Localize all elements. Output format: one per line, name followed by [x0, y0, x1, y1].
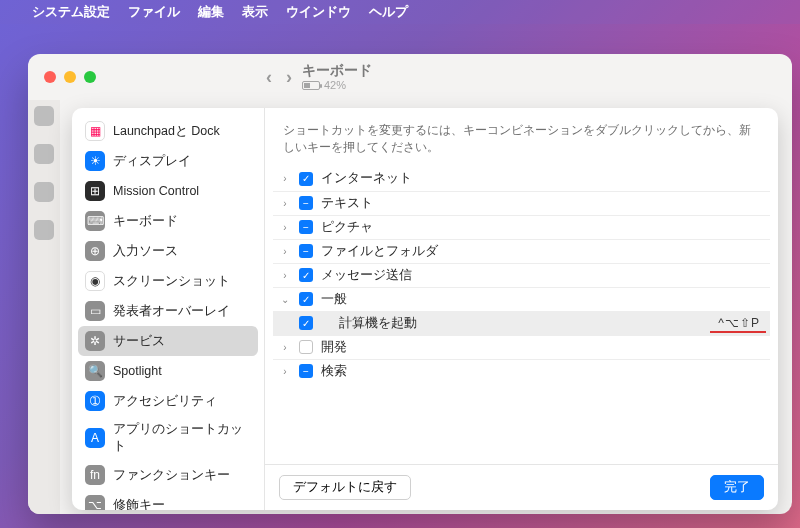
- sidebar-item[interactable]: ▭発表者オーバーレイ: [78, 296, 258, 326]
- system-settings-window: ‹ › キーボード 42% ▦Launchpadと D: [28, 54, 792, 514]
- sidebar-item-icon: ✲: [85, 331, 105, 351]
- window-title: キーボード: [302, 62, 372, 79]
- sidebar-item-icon: A: [85, 428, 105, 448]
- sidebar-item-label: Spotlight: [113, 364, 162, 378]
- sidebar-item-label: サービス: [113, 333, 165, 350]
- nav-back-button[interactable]: ‹: [266, 67, 272, 88]
- outer-sidebar: [28, 100, 60, 514]
- window-title-area: キーボード 42%: [302, 62, 372, 92]
- menubar-item-help[interactable]: ヘルプ: [369, 3, 408, 21]
- menubar-item-edit[interactable]: 編集: [198, 3, 224, 21]
- checkbox[interactable]: ✓: [299, 172, 313, 186]
- battery-status: 42%: [302, 79, 372, 92]
- chevron-right-icon[interactable]: ›: [277, 222, 293, 233]
- row-label: メッセージ送信: [321, 267, 766, 284]
- sidebar-item[interactable]: ◉スクリーンショット: [78, 266, 258, 296]
- sidebar-item-label: Launchpadと Dock: [113, 123, 220, 140]
- checkbox[interactable]: [299, 340, 313, 354]
- window-titlebar: ‹ › キーボード 42%: [28, 54, 792, 100]
- sidebar-item-icon: ➀: [85, 391, 105, 411]
- shortcut-group-row[interactable]: ›開発: [273, 335, 770, 359]
- checkbox[interactable]: −: [299, 364, 313, 378]
- sidebar-item[interactable]: ⌥修飾キー: [78, 490, 258, 510]
- sidebar-item[interactable]: ▦Launchpadと Dock: [78, 116, 258, 146]
- sidebar-item[interactable]: ⌨キーボード: [78, 206, 258, 236]
- sidebar-item-icon: ▦: [85, 121, 105, 141]
- sidebar-item[interactable]: ⊞Mission Control: [78, 176, 258, 206]
- desktop-background: システム設定 ファイル 編集 表示 ウインドウ ヘルプ ‹ › キーボード 42…: [0, 0, 800, 528]
- sidebar-item-label: スクリーンショット: [113, 273, 230, 290]
- main-pane: ショートカットを変更するには、キーコンビネーションをダブルクリックしてから、新し…: [265, 108, 778, 510]
- sidebar-item-label: アクセシビリティ: [113, 393, 217, 410]
- sidebar-item-icon: ◉: [85, 271, 105, 291]
- menubar-item-window[interactable]: ウインドウ: [286, 3, 351, 21]
- row-label: 検索: [321, 363, 766, 380]
- nav-forward-button[interactable]: ›: [286, 67, 292, 88]
- row-label: ファイルとフォルダ: [321, 243, 766, 260]
- shortcut-group-row[interactable]: ›−テキスト: [273, 191, 770, 215]
- chevron-right-icon[interactable]: ›: [277, 173, 293, 184]
- sidebar-item[interactable]: fnファンクションキー: [78, 460, 258, 490]
- row-label: 計算機を起動: [321, 315, 718, 332]
- menubar-item-view[interactable]: 表示: [242, 3, 268, 21]
- battery-percentage: 42%: [324, 79, 346, 92]
- outer-sidebar-item[interactable]: [34, 220, 54, 240]
- chevron-down-icon[interactable]: ⌄: [277, 294, 293, 305]
- sidebar-item-icon: fn: [85, 465, 105, 485]
- sidebar-item-label: キーボード: [113, 213, 178, 230]
- menubar-app-name[interactable]: システム設定: [32, 3, 110, 21]
- checkbox[interactable]: −: [299, 196, 313, 210]
- chevron-right-icon[interactable]: ›: [277, 270, 293, 281]
- shortcut-group-row[interactable]: ›✓メッセージ送信: [273, 263, 770, 287]
- chevron-right-icon[interactable]: ›: [277, 198, 293, 209]
- shortcut-item-row[interactable]: ✓計算機を起動^⌥⇧P: [273, 311, 770, 335]
- sidebar-item-label: Mission Control: [113, 184, 199, 198]
- highlight-underline: [710, 331, 766, 333]
- row-label: インターネット: [321, 170, 766, 187]
- sidebar-item-icon: ▭: [85, 301, 105, 321]
- sidebar-item-label: ファンクションキー: [113, 467, 230, 484]
- sidebar-item[interactable]: ⊕入力ソース: [78, 236, 258, 266]
- sidebar-item-icon: ⌥: [85, 495, 105, 510]
- menubar-item-file[interactable]: ファイル: [128, 3, 180, 21]
- checkbox[interactable]: −: [299, 244, 313, 258]
- checkbox[interactable]: ✓: [299, 316, 313, 330]
- shortcut-group-row[interactable]: ›−ファイルとフォルダ: [273, 239, 770, 263]
- restore-defaults-button[interactable]: デフォルトに戻す: [279, 475, 411, 500]
- chevron-right-icon[interactable]: ›: [277, 342, 293, 353]
- chevron-right-icon[interactable]: ›: [277, 366, 293, 377]
- shortcut-group-row[interactable]: ⌄✓一般: [273, 287, 770, 311]
- sidebar-item-label: アプリのショートカット: [113, 421, 251, 455]
- sidebar-item-label: 修飾キー: [113, 497, 165, 511]
- checkbox[interactable]: ✓: [299, 292, 313, 306]
- outer-sidebar-item[interactable]: [34, 182, 54, 202]
- shortcut-key-combo[interactable]: ^⌥⇧P: [718, 316, 766, 330]
- shortcut-sheet: ▦Launchpadと Dock☀ディスプレイ⊞Mission Control⌨…: [72, 108, 778, 510]
- window-traffic-lights: [28, 71, 96, 83]
- checkbox[interactable]: −: [299, 220, 313, 234]
- sidebar-item[interactable]: ➀アクセシビリティ: [78, 386, 258, 416]
- sidebar-item[interactable]: 🔍Spotlight: [78, 356, 258, 386]
- sidebar-item-icon: ☀: [85, 151, 105, 171]
- sidebar-item[interactable]: ☀ディスプレイ: [78, 146, 258, 176]
- shortcut-group-row[interactable]: ›−検索: [273, 359, 770, 383]
- zoom-button[interactable]: [84, 71, 96, 83]
- row-label: テキスト: [321, 195, 766, 212]
- sidebar-item-label: ディスプレイ: [113, 153, 191, 170]
- minimize-button[interactable]: [64, 71, 76, 83]
- nav-controls: ‹ ›: [266, 67, 292, 88]
- outer-sidebar-item[interactable]: [34, 144, 54, 164]
- menubar: システム設定 ファイル 編集 表示 ウインドウ ヘルプ: [0, 0, 800, 24]
- row-label: ピクチャ: [321, 219, 766, 236]
- shortcut-group-row[interactable]: ›✓インターネット: [273, 167, 770, 191]
- checkbox[interactable]: ✓: [299, 268, 313, 282]
- close-button[interactable]: [44, 71, 56, 83]
- sidebar-item-icon: 🔍: [85, 361, 105, 381]
- outer-sidebar-item[interactable]: [34, 106, 54, 126]
- sidebar-item[interactable]: Aアプリのショートカット: [78, 416, 258, 460]
- help-text: ショートカットを変更するには、キーコンビネーションをダブルクリックしてから、新し…: [265, 108, 778, 167]
- chevron-right-icon[interactable]: ›: [277, 246, 293, 257]
- shortcut-group-row[interactable]: ›−ピクチャ: [273, 215, 770, 239]
- done-button[interactable]: 完了: [710, 475, 764, 500]
- sidebar-item[interactable]: ✲サービス: [78, 326, 258, 356]
